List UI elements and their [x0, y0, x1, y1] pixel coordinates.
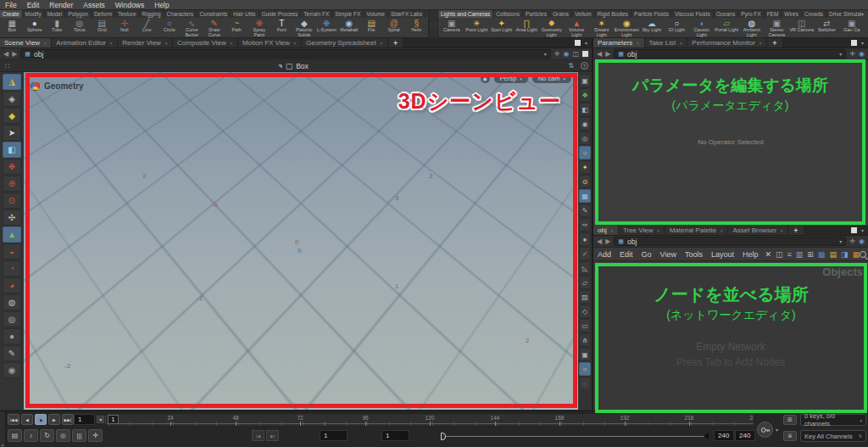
- shelf-tool[interactable]: ❉ L-System: [315, 19, 338, 38]
- display-option-icon[interactable]: ◉: [579, 117, 591, 131]
- pane-tab[interactable]: Composite View: [173, 38, 238, 47]
- shelf-tool[interactable]: ✸ Geometry Light: [539, 19, 565, 38]
- network-toolbar-icon[interactable]: ▥: [796, 250, 804, 259]
- shelf-tool[interactable]: ▣ Stereo Camera: [765, 19, 790, 38]
- current-frame-field[interactable]: 1: [74, 414, 95, 425]
- network-toolbar-icon[interactable]: ≡: [787, 250, 792, 259]
- menu-item[interactable]: Assets: [78, 0, 110, 10]
- shelf-tab[interactable]: Grains: [550, 10, 572, 18]
- shelf-tool[interactable]: ✎ Draw Curve: [203, 19, 226, 38]
- playbar-handle[interactable]: ▾: [0, 411, 6, 447]
- channel-list-icon[interactable]: ≣: [783, 431, 797, 441]
- network-menu-item[interactable]: Help: [738, 250, 763, 259]
- pane-split-icon[interactable]: ◫: [572, 50, 579, 58]
- play-reverse-button[interactable]: ◀: [21, 414, 33, 425]
- network-editor[interactable]: Objects Empty Network Press Tab to Add N…: [593, 261, 868, 411]
- menu-item[interactable]: Windows: [110, 0, 149, 10]
- pin-icon[interactable]: ✛: [554, 50, 560, 58]
- display-option-icon[interactable]: ▱: [579, 276, 591, 289]
- shelf-tool[interactable]: ✛ Null: [114, 19, 136, 38]
- back-arrow-icon[interactable]: ◀: [597, 50, 602, 58]
- pane-tab[interactable]: Tree View: [619, 226, 665, 235]
- pane-expand-icon[interactable]: [582, 51, 588, 57]
- timeline-ruler[interactable]: 24 48 72 96 120 144 168 192 216: [106, 413, 754, 427]
- shelf-tool[interactable]: ▣ Gan Ca: [839, 19, 865, 38]
- shelf-tab[interactable]: Modify: [23, 10, 45, 18]
- key-mode-box[interactable]: Key All Channels ⇅: [800, 430, 866, 442]
- shelf-tool[interactable]: ▱ Portal Light: [715, 19, 740, 38]
- pane-menu-caret[interactable]: ▾: [861, 227, 864, 233]
- shelf-tool[interactable]: ☀ Point Light: [465, 19, 490, 38]
- playback-option-icon[interactable]: ▤: [8, 429, 22, 442]
- display-option-icon[interactable]: ◧: [579, 103, 591, 116]
- pane-tab[interactable]: +: [767, 38, 782, 47]
- shelf-tool[interactable]: T Font: [270, 19, 293, 38]
- pane-menu-caret[interactable]: ▾: [861, 40, 864, 46]
- network-toolbar-icon[interactable]: ◨: [841, 250, 849, 259]
- network-toolbar-icon[interactable]: ▦: [852, 250, 860, 259]
- camera-round-button[interactable]: ◉: [481, 74, 490, 83]
- updown-icon[interactable]: ⇅: [568, 62, 574, 70]
- network-toolbar-icon[interactable]: ✕: [765, 250, 771, 259]
- viewport-tool-icon[interactable]: ✎: [3, 345, 21, 361]
- current-operation[interactable]: ◥ ▢ Box: [278, 62, 309, 70]
- display-option-icon[interactable]: ▨: [579, 290, 591, 304]
- shelf-tab[interactable]: Vellum: [572, 10, 595, 18]
- help-circle-icon[interactable]: ?: [581, 62, 588, 70]
- shelf-tool[interactable]: ▤ Grid: [91, 19, 114, 38]
- shelf-tool[interactable]: ∿ Curve Bezier: [181, 19, 203, 38]
- viewport-tool-icon[interactable]: ◎: [3, 311, 21, 327]
- link-icon[interactable]: ◉: [859, 50, 865, 58]
- range-subend-field[interactable]: 240: [714, 430, 734, 441]
- shelf-tab[interactable]: Model: [45, 10, 66, 18]
- range-start-bracket[interactable]: |◀: [252, 430, 264, 441]
- display-option-icon[interactable]: ◺: [579, 261, 591, 275]
- shelf-tool[interactable]: ◫ VR Camera: [789, 19, 815, 38]
- forward-arrow-icon[interactable]: ▶: [605, 50, 610, 58]
- range-start-field[interactable]: 1: [320, 430, 348, 441]
- playback-option-icon[interactable]: ◎: [56, 429, 70, 442]
- viewport-tool-icon[interactable]: ◒: [3, 243, 21, 260]
- shelf-tool[interactable]: ◉ Environment Light: [615, 19, 640, 38]
- forward-arrow-icon[interactable]: ▶: [605, 237, 610, 245]
- network-menu-item[interactable]: Layout: [707, 250, 738, 259]
- path-field[interactable]: ▦ obj ▾: [614, 237, 846, 246]
- shelf-tool[interactable]: ☁ Sky Light: [639, 19, 665, 38]
- pane-maximize-icon[interactable]: [851, 40, 857, 46]
- viewport-tool-icon[interactable]: ✥: [3, 159, 21, 175]
- viewport-tool-icon[interactable]: ➤: [3, 125, 21, 141]
- back-arrow-icon[interactable]: ◀: [3, 50, 8, 58]
- display-option-icon[interactable]: ▣: [579, 348, 591, 361]
- shelf-tab[interactable]: Rigid Bodies: [595, 10, 632, 18]
- pane-tab[interactable]: Motion FX View: [238, 38, 302, 47]
- display-option-icon[interactable]: ◎: [579, 131, 591, 145]
- shelf-tab[interactable]: Viscous Fluids: [672, 10, 714, 18]
- display-option-icon[interactable]: ❖: [579, 88, 591, 102]
- display-option-icon[interactable]: ◇: [579, 305, 591, 318]
- display-option-icon[interactable]: ▦: [579, 189, 591, 203]
- link-icon[interactable]: ◉: [859, 237, 865, 245]
- stop-button[interactable]: ■: [35, 414, 47, 425]
- range-substart-field[interactable]: 1: [381, 430, 409, 441]
- viewport-tool-icon[interactable]: ◉: [3, 362, 21, 378]
- toolbar-handle-icon[interactable]: ∷: [0, 62, 15, 70]
- shelf-tab[interactable]: Drive Simulation: [826, 10, 861, 18]
- pane-tab[interactable]: Scene View: [0, 38, 52, 47]
- path-caret[interactable]: ▾: [839, 51, 842, 57]
- viewport-tool-icon[interactable]: ⊙: [3, 193, 21, 209]
- viewport-tool-icon[interactable]: ◮: [3, 74, 21, 90]
- set-key-button[interactable]: [757, 422, 773, 438]
- shelf-tab[interactable]: Create: [0, 10, 23, 18]
- pane-tab[interactable]: Material Palette: [665, 226, 729, 235]
- pane-tab[interactable]: Asset Browser: [728, 226, 788, 235]
- display-option-icon[interactable]: ⋔: [579, 333, 591, 347]
- forward-arrow-icon[interactable]: ▶: [12, 50, 17, 58]
- shelf-tab[interactable]: Lights and Cameras: [438, 10, 493, 18]
- pane-tab[interactable]: +: [788, 226, 804, 235]
- shelf-tool[interactable]: ~ Path: [225, 19, 248, 38]
- viewport-tool-icon[interactable]: ◆: [3, 108, 21, 124]
- shelf-tab[interactable]: Pyro FX: [738, 10, 764, 18]
- pane-tab[interactable]: obj: [593, 226, 619, 235]
- shelf-overflow-caret[interactable]: ▾: [861, 11, 864, 17]
- shelf-tool[interactable]: ◍ Ambient Light: [739, 19, 765, 38]
